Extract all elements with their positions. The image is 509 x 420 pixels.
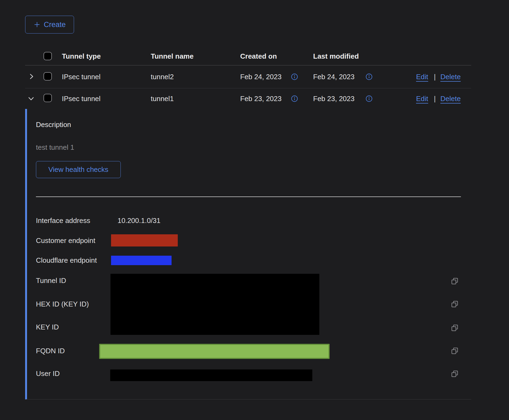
chevron-down-icon[interactable] xyxy=(27,95,35,102)
create-button[interactable]: Create xyxy=(25,16,74,34)
delete-link[interactable]: Delete xyxy=(440,73,461,81)
row-divider xyxy=(25,88,471,88)
key-id-label: KEY ID xyxy=(36,323,59,331)
column-header-created-on: Created on xyxy=(240,52,277,60)
hex-id-label: HEX ID (KEY ID) xyxy=(36,300,89,308)
created-on-cell: Feb 23, 2023 xyxy=(240,95,282,103)
description-value: test tunnel 1 xyxy=(36,143,74,151)
cloudflare-endpoint-redacted-value xyxy=(111,256,172,265)
column-header-tunnel-type: Tunnel type xyxy=(62,52,101,60)
copy-icon[interactable] xyxy=(451,324,459,332)
chevron-right-icon[interactable] xyxy=(28,73,35,80)
create-button-label: Create xyxy=(44,21,66,29)
copy-icon[interactable] xyxy=(451,347,459,355)
section-divider xyxy=(36,196,461,197)
interface-address-value: 10.200.1.0/31 xyxy=(118,216,160,225)
delete-link[interactable]: Delete xyxy=(440,95,461,103)
view-health-checks-button[interactable]: View health checks xyxy=(36,161,121,178)
tunnel-name-cell: tunnel2 xyxy=(151,73,174,81)
created-on-cell: Feb 24, 2023 xyxy=(240,73,282,81)
last-modified-cell: Feb 24, 2023 xyxy=(313,73,354,81)
action-separator: | xyxy=(434,95,436,103)
copy-icon[interactable] xyxy=(451,370,459,378)
info-icon[interactable] xyxy=(291,73,298,80)
fqdn-id-label: FQDN ID xyxy=(36,347,65,355)
tunnel-type-cell: IPsec tunnel xyxy=(62,73,101,81)
last-modified-cell: Feb 23, 2023 xyxy=(313,95,354,103)
interface-address-label: Interface address xyxy=(36,216,90,225)
tunnel-name-cell: tunnel1 xyxy=(151,95,174,103)
description-label: Description xyxy=(36,121,71,129)
view-health-checks-label: View health checks xyxy=(48,165,108,174)
row-checkbox[interactable] xyxy=(43,94,52,102)
column-header-tunnel-name: Tunnel name xyxy=(151,52,193,60)
customer-endpoint-label: Customer endpoint xyxy=(36,236,95,245)
copy-icon[interactable] xyxy=(451,300,459,308)
info-icon[interactable] xyxy=(291,95,298,102)
fqdn-id-redacted-value xyxy=(99,344,330,359)
customer-endpoint-redacted-value xyxy=(111,234,178,246)
user-id-redacted-value xyxy=(110,369,312,381)
tunnel-hex-key-id-redacted-values xyxy=(110,274,319,335)
tunnels-page: Create Tunnel type Tunnel name Created o… xyxy=(0,0,509,420)
info-icon[interactable] xyxy=(366,95,373,102)
user-id-label: User ID xyxy=(36,369,60,378)
header-divider xyxy=(25,65,471,65)
copy-icon[interactable] xyxy=(451,277,459,285)
select-all-checkbox[interactable] xyxy=(43,52,52,60)
edit-link[interactable]: Edit xyxy=(416,73,428,81)
tunnel-type-cell: IPsec tunnel xyxy=(62,95,101,103)
column-header-last-modified: Last modified xyxy=(313,52,359,60)
plus-icon xyxy=(34,21,41,28)
cloudflare-endpoint-label: Cloudflare endpoint xyxy=(36,256,97,264)
info-icon[interactable] xyxy=(366,73,373,80)
tunnel-id-label: Tunnel ID xyxy=(36,276,66,285)
edit-link[interactable]: Edit xyxy=(416,95,428,103)
action-separator: | xyxy=(434,73,436,81)
row-checkbox[interactable] xyxy=(43,72,52,81)
